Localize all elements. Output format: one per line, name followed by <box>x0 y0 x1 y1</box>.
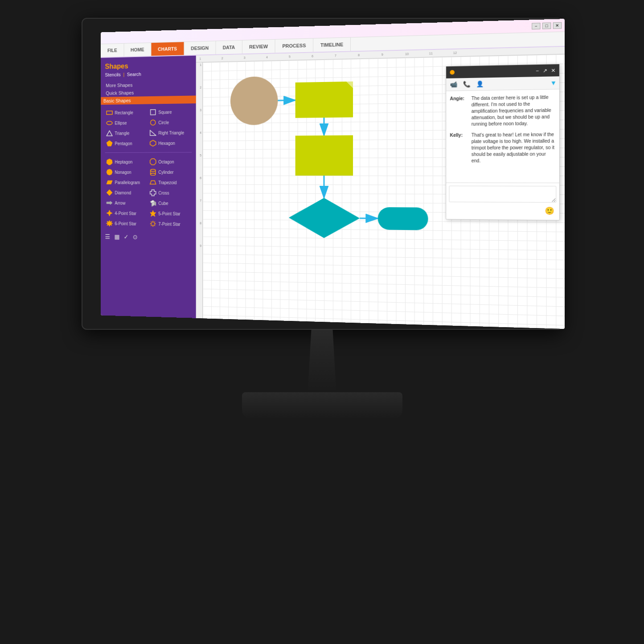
svg-marker-4 <box>107 131 112 136</box>
svg-marker-17 <box>107 189 112 195</box>
octagon-icon <box>149 158 156 165</box>
svg-marker-26 <box>150 221 156 227</box>
sidebar-title: Shapes <box>105 61 192 71</box>
flow-rect-top[interactable] <box>295 82 353 118</box>
tab-review[interactable]: REVIEW <box>242 40 275 54</box>
shape-pentagon[interactable]: Pentagon <box>105 139 148 148</box>
monitor-screen: − □ ✕ FILE HOME CHARTS DESIGN DATA REVIE… <box>101 19 564 329</box>
4point-star-icon <box>106 209 113 217</box>
close-button[interactable]: ✕ <box>553 22 562 29</box>
sidebar-subtitle: Stencils | Search <box>105 70 192 78</box>
stencils-link[interactable]: Stencils <box>105 72 120 77</box>
hexagon-icon <box>149 139 156 148</box>
sidebar: Shapes Stencils | Search More Shapes Qui… <box>101 56 196 318</box>
svg-marker-9 <box>150 159 156 165</box>
svg-marker-18 <box>150 190 156 196</box>
canvas-area: 1 2 3 4 5 6 7 8 9 10 11 <box>196 47 564 329</box>
app-container: − □ ✕ FILE HOME CHARTS DESIGN DATA REVIE… <box>101 19 564 329</box>
tab-timeline[interactable]: TIMELINE <box>313 37 351 52</box>
sidebar-nav: More Shapes Quick Shapes Basic Shapes <box>105 80 192 105</box>
6point-star-icon <box>106 219 113 227</box>
5point-star-icon <box>149 209 156 217</box>
chat-messages: Angie: The data center here is set up a … <box>446 90 559 183</box>
shape-hexagon[interactable]: Hexagon <box>148 138 192 148</box>
chat-emoji-icon[interactable]: 🙂 <box>545 206 554 215</box>
shape-nonagon[interactable]: Nonagon <box>105 168 148 177</box>
canvas-content[interactable]: − ↗ ✕ 📹 📞 👤 <box>202 54 564 329</box>
svg-marker-16 <box>150 180 156 184</box>
shape-diamond[interactable]: Diamond <box>105 188 148 198</box>
shape-octagon[interactable]: Octagon <box>148 157 192 167</box>
chat-minimize-btn[interactable]: − <box>536 68 539 74</box>
chat-expand-btn[interactable]: ↗ <box>542 67 547 74</box>
svg-point-14 <box>150 173 155 176</box>
chat-phone-icon[interactable]: 📞 <box>463 81 470 88</box>
monitor-neck <box>304 330 340 392</box>
svg-marker-23 <box>107 210 112 216</box>
shape-arrow[interactable]: Arrow <box>105 198 148 208</box>
chat-close-btn[interactable]: ✕ <box>551 67 555 74</box>
flow-circle[interactable] <box>230 76 277 125</box>
nav-basic-shapes[interactable]: Basic Shapes <box>101 95 196 105</box>
shape-heptagon[interactable]: Heptagon <box>105 157 148 166</box>
flow-diamond[interactable] <box>288 198 359 238</box>
shape-square[interactable]: Square <box>148 107 192 117</box>
flow-rect-middle[interactable] <box>295 135 353 176</box>
shape-trapezoid[interactable]: Trapezoid <box>148 178 192 188</box>
diamond-icon <box>106 189 113 197</box>
sidebar-icon-settings[interactable]: ⊙ <box>132 234 137 241</box>
trapezoid-icon <box>149 179 156 186</box>
shape-parallelogram[interactable]: Parallelogram <box>105 178 148 187</box>
chat-user-icon[interactable]: 👤 <box>476 81 484 88</box>
tab-data[interactable]: DATA <box>216 41 242 54</box>
sidebar-bottom: ☰ ▦ ✓ ⊙ <box>105 233 192 241</box>
chat-header-left <box>450 70 454 74</box>
cross-icon <box>149 189 156 197</box>
minimize-button[interactable]: − <box>532 23 540 29</box>
circle-icon <box>149 119 156 127</box>
chat-menu-icon[interactable]: ▾ <box>551 78 555 87</box>
svg-rect-0 <box>107 111 112 115</box>
search-link[interactable]: Search <box>127 71 141 77</box>
chat-input[interactable] <box>449 186 556 203</box>
chat-header-controls: − ↗ ✕ <box>536 67 555 74</box>
tab-file[interactable]: FILE <box>101 44 124 57</box>
shape-5point-star[interactable]: 5-Point Star <box>148 209 192 218</box>
shape-cross[interactable]: Cross <box>148 188 192 198</box>
shape-cube[interactable]: Cube <box>148 198 192 208</box>
sidebar-icon-list[interactable]: ☰ <box>105 233 110 240</box>
shape-triangle[interactable]: Triangle <box>105 128 148 138</box>
triangle-icon <box>106 129 113 137</box>
tab-home[interactable]: HOME <box>124 43 151 56</box>
shape-ellipse[interactable]: Ellipse <box>105 118 148 127</box>
chat-message-kelly: Kelly: That's great to hear! Let me know… <box>450 131 555 164</box>
sidebar-icon-check[interactable]: ✓ <box>123 234 128 241</box>
chat-text-angie: The data center here is set up a little … <box>471 94 555 127</box>
monitor-base <box>242 392 402 419</box>
shape-4point-star[interactable]: 4-Point Star <box>105 209 148 218</box>
shape-cylinder[interactable]: Cylinder <box>148 167 192 176</box>
svg-marker-22 <box>154 201 156 206</box>
shape-circle[interactable]: Circle <box>148 117 192 127</box>
tab-charts[interactable]: CHARTS <box>151 42 184 56</box>
cylinder-icon <box>149 168 156 176</box>
chat-status-dot <box>450 70 454 74</box>
pentagon-icon <box>106 139 113 147</box>
flow-rounded-rect[interactable] <box>377 207 428 230</box>
nonagon-icon <box>106 168 113 176</box>
svg-marker-6 <box>107 140 112 146</box>
shape-rectangle[interactable]: Rectangle <box>105 107 148 117</box>
svg-marker-15 <box>107 180 112 184</box>
svg-marker-19 <box>107 201 112 205</box>
shape-right-triangle[interactable]: Right Triangle <box>148 128 192 138</box>
tab-design[interactable]: DESIGN <box>184 41 216 55</box>
tab-process[interactable]: PROCESS <box>275 39 313 53</box>
chat-toolbar: 📹 📞 👤 ▾ <box>446 76 559 91</box>
chat-video-icon[interactable]: 📹 <box>450 81 457 88</box>
shape-6point-star[interactable]: 6-Point Star <box>105 219 148 229</box>
monitor-bezel: − □ ✕ FILE HOME CHARTS DESIGN DATA REVIE… <box>82 18 563 330</box>
shape-7point-star[interactable]: 7-Point Star <box>148 219 192 229</box>
sidebar-icon-grid[interactable]: ▦ <box>114 233 119 240</box>
maximize-button[interactable]: □ <box>542 22 551 29</box>
svg-marker-24 <box>150 210 156 217</box>
